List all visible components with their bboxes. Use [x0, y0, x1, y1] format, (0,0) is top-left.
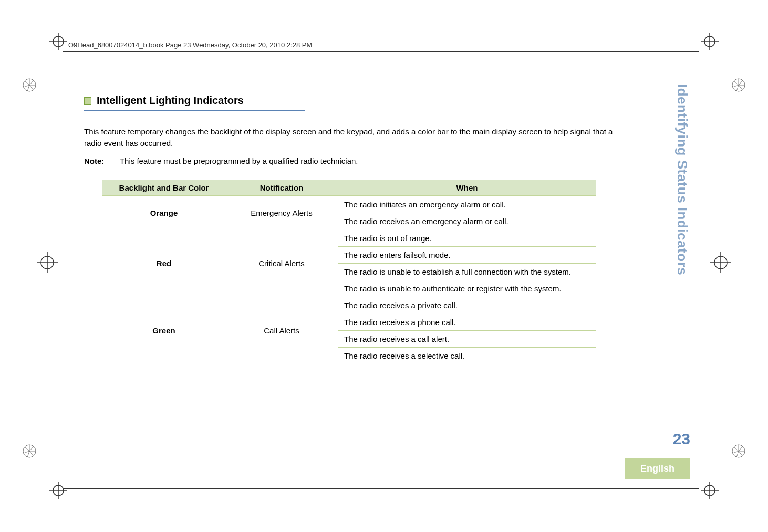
color-bar-icon — [22, 78, 37, 92]
svg-line-48 — [736, 451, 739, 457]
bottom-rule — [63, 488, 699, 489]
svg-line-21 — [29, 80, 34, 85]
cell-when: The radio is unable to authenticate or r… — [338, 280, 596, 297]
col-header-notification: Notification — [225, 180, 338, 196]
cell-notif-call: Call Alerts — [225, 297, 338, 364]
indicators-table: Backlight and Bar Color Notification Whe… — [102, 180, 596, 364]
registration-mark-icon — [49, 33, 67, 50]
svg-line-33 — [739, 85, 743, 90]
color-bar-icon — [731, 78, 746, 92]
svg-line-23 — [24, 85, 29, 87]
side-tab-title: Identifying Status Indicators — [674, 84, 690, 275]
svg-line-46 — [734, 447, 739, 451]
svg-line-25 — [29, 85, 34, 90]
cell-when: The radio receives a call alert. — [338, 330, 596, 347]
svg-line-41 — [29, 451, 34, 456]
cell-when: The radio initiates an emergency alarm o… — [338, 196, 596, 213]
cell-notif-emergency: Emergency Alerts — [225, 196, 338, 230]
cell-when: The radio receives a private call. — [338, 297, 596, 314]
cell-color-green: Green — [102, 297, 225, 364]
svg-line-37 — [29, 446, 34, 451]
section-underline — [84, 110, 305, 111]
svg-line-22 — [25, 81, 29, 85]
cell-color-orange: Orange — [102, 196, 225, 230]
registration-mark-icon — [49, 482, 67, 499]
registration-mark-icon — [701, 482, 719, 499]
cell-when: The radio is out of range. — [338, 230, 596, 246]
color-bar-icon — [22, 444, 37, 458]
cell-when: The radio receives an emergency alarm or… — [338, 213, 596, 230]
cell-when: The radio enters failsoft mode. — [338, 246, 596, 263]
svg-line-32 — [736, 85, 739, 91]
table-row: Orange Emergency Alerts The radio initia… — [102, 196, 596, 213]
note-label: Note: — [84, 157, 118, 165]
svg-line-45 — [739, 446, 743, 451]
registration-mark-icon — [710, 252, 731, 273]
svg-line-29 — [739, 80, 743, 85]
svg-line-39 — [24, 451, 29, 453]
col-header-backlight: Backlight and Bar Color — [102, 180, 225, 196]
svg-line-31 — [733, 85, 739, 87]
top-rule — [63, 51, 699, 52]
section-header: Intelligent Lighting Indicators — [84, 95, 615, 107]
note-line: Note: This feature must be preprogrammed… — [84, 157, 615, 165]
cell-notif-critical: Critical Alerts — [225, 230, 338, 297]
cell-when: The radio receives a selective call. — [338, 347, 596, 364]
table-header-row: Backlight and Bar Color Notification Whe… — [102, 180, 596, 196]
svg-line-30 — [734, 81, 739, 85]
note-text: This feature must be preprogrammed by a … — [120, 157, 358, 165]
svg-line-40 — [27, 451, 29, 457]
svg-line-24 — [27, 85, 29, 91]
svg-line-49 — [739, 451, 743, 456]
registration-mark-icon — [37, 252, 58, 273]
language-box: English — [625, 458, 690, 479]
table-row: Red Critical Alerts The radio is out of … — [102, 230, 596, 246]
cell-when: The radio receives a phone call. — [338, 314, 596, 330]
intro-paragraph: This feature temporary changes the backl… — [84, 126, 615, 149]
cell-color-red: Red — [102, 230, 225, 297]
color-bar-icon — [731, 444, 746, 458]
table-row: Green Call Alerts The radio receives a p… — [102, 297, 596, 314]
col-header-when: When — [338, 180, 596, 196]
section-bullet-icon — [84, 97, 91, 105]
header-filename: O9Head_68007024014_b.book Page 23 Wednes… — [68, 41, 312, 49]
svg-line-47 — [733, 451, 739, 453]
cell-when: The radio is unable to establish a full … — [338, 263, 596, 280]
svg-line-38 — [25, 447, 29, 451]
registration-mark-icon — [701, 33, 719, 50]
page-number: 23 — [673, 430, 690, 448]
main-content: Intelligent Lighting Indicators This fea… — [84, 95, 615, 364]
section-title: Intelligent Lighting Indicators — [97, 95, 244, 107]
